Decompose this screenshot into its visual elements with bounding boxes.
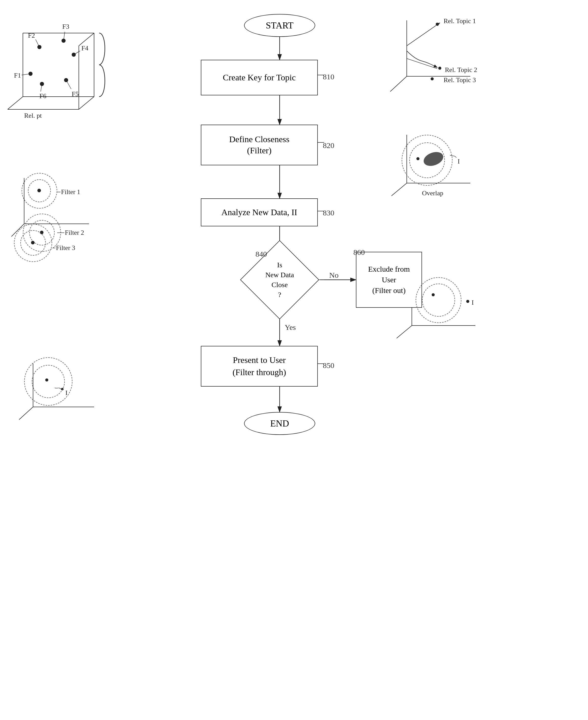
- rel-topic3-label: Rel. Topic 3: [444, 76, 476, 84]
- rel-topic2-label: Rel. Topic 2: [445, 66, 477, 74]
- decision-diamond: Is New Data Close ?: [252, 252, 308, 308]
- svg-point-35: [438, 67, 441, 70]
- i-label2: I: [471, 299, 474, 306]
- rel-pt-label: Rel. pt: [24, 112, 42, 120]
- svg-line-26: [74, 51, 80, 55]
- f6-label: F6: [39, 92, 46, 100]
- svg-line-27: [22, 74, 30, 75]
- svg-point-20: [72, 53, 76, 57]
- filterout-dot: [432, 293, 435, 296]
- rel-topic1-label: Rel. Topic 1: [444, 17, 476, 25]
- svg-point-22: [64, 78, 68, 82]
- filter2-label: Filter 2: [65, 229, 84, 236]
- step5-label: Present to User (Filter through): [233, 354, 286, 378]
- step5-number: 850: [323, 361, 334, 370]
- svg-line-43: [392, 183, 407, 196]
- filter1-label: Filter 1: [61, 188, 80, 196]
- svg-line-37: [407, 59, 437, 69]
- svg-point-36: [430, 77, 434, 80]
- decision-number: 840: [255, 250, 267, 259]
- f4-label: F4: [81, 44, 88, 52]
- overlap-dot: [416, 157, 419, 160]
- diagram-container: START Create Key for Topic 810 Define Cl…: [0, 0, 588, 720]
- step5-box: Present to User (Filter through): [201, 346, 318, 387]
- svg-line-14: [79, 33, 94, 46]
- svg-point-21: [28, 72, 33, 76]
- filterthrough-inner: [32, 365, 65, 398]
- step3-number: 830: [323, 209, 334, 217]
- step3-label: Analyze New Data, II: [222, 207, 297, 218]
- step2-number: 820: [323, 141, 334, 150]
- yes-label: Yes: [285, 323, 296, 332]
- svg-line-29: [41, 84, 42, 91]
- start-ellipse: START: [244, 14, 315, 37]
- i-label1: I: [458, 158, 460, 165]
- no-label: No: [329, 271, 339, 280]
- overlap-label: Overlap: [422, 189, 443, 197]
- svg-line-25: [64, 32, 65, 41]
- i-label3: I: [65, 389, 68, 397]
- step4-number: 860: [353, 248, 365, 256]
- svg-line-51: [19, 407, 33, 420]
- f5-label: F5: [72, 90, 79, 98]
- svg-point-23: [40, 82, 44, 86]
- f3-label: F3: [62, 23, 69, 30]
- svg-line-28: [66, 80, 71, 89]
- filter3-dot: [31, 241, 35, 244]
- step4-label: Exclude from User (Filter out): [368, 264, 410, 296]
- end-ellipse: END: [244, 412, 315, 435]
- svg-line-17: [79, 97, 94, 109]
- step1-label: Create Key for Topic: [223, 72, 296, 83]
- end-label: END: [270, 418, 289, 429]
- svg-line-47: [397, 326, 412, 338]
- svg-line-33: [407, 23, 440, 46]
- svg-point-34: [436, 23, 439, 26]
- f1-label: F1: [14, 72, 21, 79]
- step4-box: Exclude from User (Filter out): [356, 252, 422, 308]
- step2-label: Define Closeness (Filter): [229, 134, 289, 156]
- step1-number: 810: [323, 73, 334, 81]
- step2-box: Define Closeness (Filter): [201, 125, 318, 165]
- svg-line-24: [36, 39, 39, 47]
- svg-line-11: [8, 97, 23, 109]
- svg-line-32: [390, 76, 407, 91]
- svg-point-19: [62, 39, 66, 43]
- filter1-dot: [37, 189, 41, 192]
- svg-point-48: [466, 300, 469, 303]
- decision-label: Is New Data Close ?: [266, 260, 294, 300]
- step1-box: Create Key for Topic: [201, 60, 318, 95]
- start-label: START: [266, 20, 294, 31]
- step3-box: Analyze New Data, II: [201, 198, 318, 226]
- filter3-label: Filter 3: [56, 244, 75, 252]
- filterthrough-dot: [45, 378, 48, 382]
- f2-label: F2: [28, 32, 35, 39]
- svg-point-18: [37, 45, 41, 49]
- filterout-inner: [422, 284, 455, 317]
